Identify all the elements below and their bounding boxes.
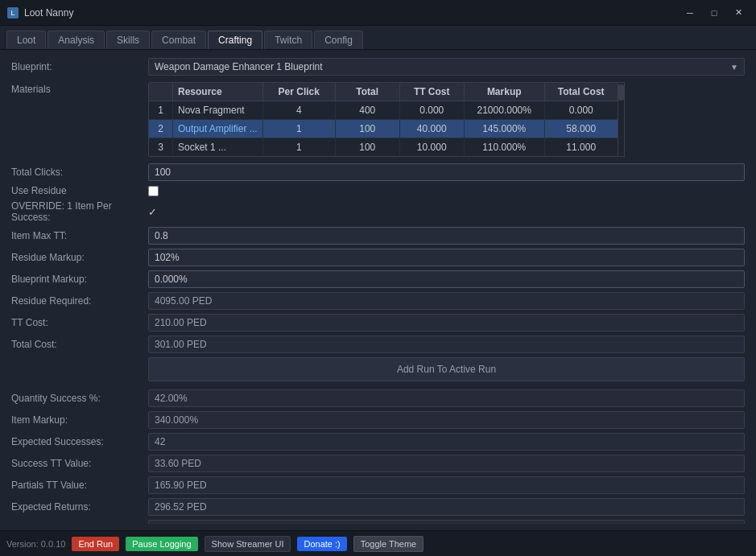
blueprint-markup-row: Blueprint Markup: <box>11 270 745 288</box>
add-run-button[interactable]: Add Run To Active Run <box>148 357 745 381</box>
success-tt-label: Success TT Value: <box>11 458 148 469</box>
cell-ttcost: 0.000 <box>400 101 465 119</box>
partials-tt-value: 165.90 PED <box>148 476 745 494</box>
total-clicks-row: Total Clicks: <box>11 163 745 181</box>
minimize-button[interactable]: ─ <box>679 4 701 22</box>
total-cost-value: 301.00 PED <box>148 336 745 353</box>
table-scrollbar[interactable] <box>618 82 625 157</box>
expected-successes-label: Expected Successes: <box>11 436 148 447</box>
cell-total: 400 <box>336 101 400 119</box>
blueprint-markup-label: Blueprint Markup: <box>11 274 148 285</box>
materials-section: Materials Resource Per Click Total TT Co… <box>11 82 745 157</box>
cell-totalcost: 58.000 <box>545 120 618 138</box>
success-tt-value: 33.60 PED <box>148 455 745 472</box>
tt-cost-value: 210.00 PED <box>148 314 745 332</box>
col-perclick: Per Click <box>263 83 336 101</box>
cell-ttcost: 10.000 <box>400 138 465 156</box>
table-row[interactable]: 3 Socket 1 ... 1 100 10.000 110.000% 11.… <box>149 138 618 156</box>
main-content: Blueprint: Weapon Damage Enhancer 1 Blue… <box>0 50 756 524</box>
residue-markup-input[interactable] <box>148 249 745 266</box>
blueprint-value: Weapon Damage Enhancer 1 Blueprint <box>155 61 323 72</box>
item-max-tt-input[interactable] <box>148 227 745 245</box>
expected-returns-value: 296.52 PED <box>148 498 745 516</box>
expected-successes-value: 42 <box>148 433 745 451</box>
pause-logging-button[interactable]: Pause Logging <box>126 537 197 551</box>
tab-config[interactable]: Config <box>314 31 363 49</box>
materials-table-wrapper: Resource Per Click Total TT Cost Markup … <box>148 82 625 157</box>
maximize-button[interactable]: □ <box>703 4 725 22</box>
expected-returns-row: Expected Returns: 296.52 PED <box>11 498 745 516</box>
cell-ttcost: 40.000 <box>400 120 465 138</box>
table-header: Resource Per Click Total TT Cost Markup … <box>149 83 618 101</box>
table-row[interactable]: 1 Nova Fragment 4 400 0.000 21000.000% 0… <box>149 101 618 120</box>
success-tt-row: Success TT Value: 33.60 PED <box>11 455 745 472</box>
tab-crafting[interactable]: Crafting <box>208 31 262 49</box>
use-residue-row: Use Residue <box>11 185 745 196</box>
donate-button[interactable]: Donate :) <box>297 537 346 551</box>
use-residue-checkbox[interactable] <box>148 186 159 196</box>
cell-perclick: 4 <box>263 101 336 119</box>
item-markup-label: Item Markup: <box>11 414 148 426</box>
quantity-success-value: 42.00% <box>148 389 745 407</box>
tt-cost-label: TT Cost: <box>11 317 148 328</box>
tab-loot[interactable]: Loot <box>6 31 46 49</box>
residue-required-label: Residue Required: <box>11 295 148 307</box>
tt-cost-row: TT Cost: 210.00 PED <box>11 314 745 332</box>
col-markup: Markup <box>465 83 545 101</box>
blueprint-markup-input[interactable] <box>148 270 745 288</box>
total-cost-label: Total Cost: <box>11 339 148 350</box>
expected-returns-label: Expected Returns: <box>11 501 148 513</box>
breakeven-value: 353.333% <box>148 520 745 524</box>
residue-markup-row: Residue Markup: <box>11 249 745 266</box>
cell-total: 100 <box>336 120 400 138</box>
show-streamer-button[interactable]: Show Streamer UI <box>204 536 291 552</box>
app-title: Loot Nanny <box>24 7 679 19</box>
tab-skills[interactable]: Skills <box>106 31 150 49</box>
residue-required-value: 4095.00 PED <box>148 292 745 310</box>
total-cost-row: Total Cost: 301.00 PED <box>11 336 745 353</box>
residue-markup-label: Residue Markup: <box>11 252 148 263</box>
status-bar: Version: 0.0.10 End Run Pause Logging Sh… <box>0 530 756 556</box>
expected-successes-row: Expected Successes: 42 <box>11 433 745 451</box>
item-max-tt-label: Item Max TT: <box>11 230 148 241</box>
table-body: 1 Nova Fragment 4 400 0.000 21000.000% 0… <box>149 101 618 156</box>
cell-markup: 145.000% <box>465 120 545 138</box>
col-ttcost: TT Cost <box>400 83 465 101</box>
item-markup-value: 340.000% <box>148 411 745 429</box>
col-totalcost: Total Cost <box>545 83 618 101</box>
col-num <box>149 83 173 101</box>
override-label: OVERRIDE: 1 Item Per Success: <box>11 200 148 223</box>
toggle-theme-button[interactable]: Toggle Theme <box>353 536 424 552</box>
cell-resource: Output Amplifier ... <box>173 120 263 138</box>
tab-analysis[interactable]: Analysis <box>48 31 105 49</box>
svg-text:L: L <box>10 9 14 17</box>
materials-header: Materials Resource Per Click Total TT Co… <box>11 82 745 157</box>
partials-tt-row: Partials TT Value: 165.90 PED <box>11 476 745 494</box>
nav-bar: Loot Analysis Skills Combat Crafting Twi… <box>0 26 756 50</box>
close-button[interactable]: ✕ <box>727 4 750 22</box>
cell-perclick: 1 <box>263 120 336 138</box>
tab-combat[interactable]: Combat <box>151 31 206 49</box>
table-row[interactable]: 2 Output Amplifier ... 1 100 40.000 145.… <box>149 120 618 138</box>
window-controls: ─ □ ✕ <box>679 4 750 22</box>
total-clicks-label: Total Clicks: <box>11 167 148 178</box>
cell-markup: 110.000% <box>465 138 545 156</box>
cell-num: 3 <box>149 138 173 156</box>
cell-perclick: 1 <box>263 138 336 156</box>
cell-num: 2 <box>149 120 173 138</box>
cell-resource: Socket 1 ... <box>173 138 263 156</box>
item-markup-row: Item Markup: 340.000% <box>11 411 745 429</box>
end-run-button[interactable]: End Run <box>72 537 119 551</box>
blueprint-select[interactable]: Weapon Damage Enhancer 1 Blueprint ▼ <box>148 58 745 76</box>
col-total: Total <box>336 83 400 101</box>
total-clicks-input[interactable] <box>148 163 745 181</box>
cell-total: 100 <box>336 138 400 156</box>
breakeven-row: Breakeven Markup: 353.333% <box>11 520 745 524</box>
item-max-tt-row: Item Max TT: <box>11 227 745 245</box>
chevron-down-icon: ▼ <box>730 63 738 72</box>
title-bar: L Loot Nanny ─ □ ✕ <box>0 0 756 26</box>
tab-twitch[interactable]: Twitch <box>264 31 312 49</box>
blueprint-row: Blueprint: Weapon Damage Enhancer 1 Blue… <box>11 58 745 76</box>
materials-label: Materials <box>11 82 148 95</box>
breakeven-label: Breakeven Markup: <box>11 523 148 524</box>
